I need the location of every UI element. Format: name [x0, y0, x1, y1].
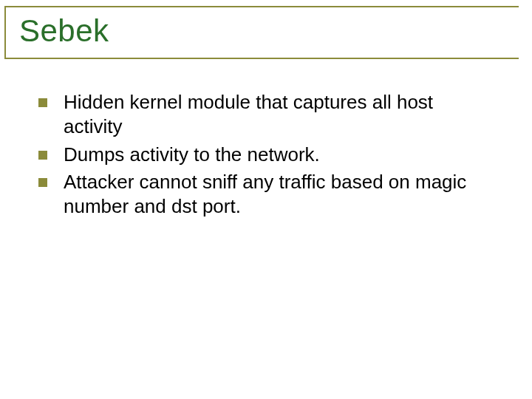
bullet-text: Attacker cannot sniff any traffic based … — [64, 170, 494, 219]
title-area: Sebek — [0, 0, 532, 49]
square-bullet-icon — [38, 178, 47, 187]
title-rule-top — [4, 6, 519, 7]
list-item: Dumps activity to the network. — [38, 143, 494, 167]
bullet-text: Hidden kernel module that captures all h… — [64, 90, 494, 140]
title-rule-left — [4, 6, 6, 59]
square-bullet-icon — [38, 151, 47, 160]
slide: Sebek Hidden kernel module that captures… — [0, 0, 532, 399]
list-item: Hidden kernel module that captures all h… — [38, 90, 494, 140]
bullet-text: Dumps activity to the network. — [64, 143, 320, 167]
square-bullet-icon — [38, 98, 47, 107]
title-rule-bottom — [4, 58, 519, 59]
list-item: Attacker cannot sniff any traffic based … — [38, 170, 494, 219]
slide-body: Hidden kernel module that captures all h… — [0, 49, 532, 219]
slide-title: Sebek — [15, 13, 532, 49]
